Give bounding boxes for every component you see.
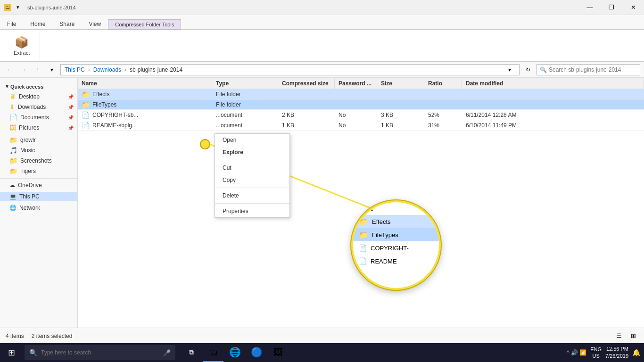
sidebar-section-quickaccess: ▾ Quick access 🖥 Desktop 📌 ⬇ Downloads 📌… <box>0 82 77 133</box>
sidebar-item-downloads[interactable]: ⬇ Downloads 📌 <box>0 102 77 112</box>
sidebar-quickaccess-header[interactable]: ▾ Quick access <box>0 82 77 91</box>
recent-button[interactable]: ▾ <box>46 64 58 75</box>
tab-compressed[interactable]: Compressed Folder Tools <box>108 19 181 30</box>
sidebar-item-thispc[interactable]: 💻 This PC <box>0 192 77 201</box>
ctx-sep3 <box>215 203 289 204</box>
ctx-delete[interactable]: Delete <box>215 189 289 202</box>
tab-share[interactable]: Share <box>52 18 82 29</box>
zoom-row-filetypes: 📁 FileTypes <box>353 228 439 241</box>
status-right: ☰ ⊞ <box>614 331 638 341</box>
sidebar-divider1 <box>0 178 77 179</box>
effects-type: File folder <box>212 91 278 98</box>
extract-button[interactable]: 📦 Extract <box>9 33 34 58</box>
effects-name: Effects <box>92 91 109 98</box>
sidebar-item-tigers[interactable]: 📁 Tigers <box>0 166 77 176</box>
sidebar-item-music[interactable]: 🎵 Music <box>0 145 77 156</box>
ctx-copy[interactable]: Copy <box>215 174 289 186</box>
ctx-explore[interactable]: Explore <box>215 146 289 158</box>
downloads-icon: ⬇ <box>9 103 15 111</box>
col-header-compressed[interactable]: Compressed size <box>278 78 335 89</box>
back-button[interactable]: ← <box>4 64 15 75</box>
sidebar-item-growlr[interactable]: 📁 growlr <box>0 135 77 145</box>
main-layout: ▾ Quick access 🖥 Desktop 📌 ⬇ Downloads 📌… <box>0 78 644 328</box>
microphone-icon: 🎤 <box>163 349 171 356</box>
tab-view[interactable]: View <box>82 18 108 29</box>
col-type-label: Type <box>216 80 229 87</box>
tigers-icon: 📁 <box>9 167 17 175</box>
maximize-button[interactable]: ❐ <box>601 0 622 15</box>
address-box[interactable]: This PC › Downloads › sb-plugins-june-20… <box>60 64 520 75</box>
tab-file[interactable]: File <box>0 18 23 29</box>
copyright-password: No <box>335 112 377 118</box>
zoom-doc-icon-copyright: 📄 <box>359 244 367 252</box>
sidebar-section-onedrive: ☁ OneDrive <box>0 181 77 190</box>
taskbar-app-edge[interactable]: 🌐 <box>224 343 245 362</box>
taskbar-search-box[interactable]: 🔍 🎤 <box>25 345 175 360</box>
taskbar-language: ENGUS <box>590 346 602 360</box>
minimize-button[interactable]: — <box>579 0 601 15</box>
search-box[interactable]: 🔍 <box>537 64 640 75</box>
pictures-icon: 🖼 <box>9 124 16 132</box>
refresh-button[interactable]: ↻ <box>522 64 534 75</box>
table-row[interactable]: 📁 FileTypes File folder <box>78 99 644 110</box>
zoom-folder-icon-filetypes: 📁 <box>359 230 368 239</box>
col-header-name[interactable]: Name <box>78 78 212 89</box>
taskbar-search-input[interactable] <box>41 349 159 356</box>
col-header-password[interactable]: Password ... <box>335 78 377 89</box>
thispc-icon: 💻 <box>9 193 17 200</box>
taskbar: ⊞ 🔍 🎤 ⧉ 🗂 🌐 🔵 🖼 ^ 🔊 📶 ENGUS 12:56 PM 7/2… <box>0 343 644 362</box>
taskbar-app-ie[interactable]: 🔵 <box>246 343 267 362</box>
up-button[interactable]: ↑ <box>32 64 43 75</box>
quick-access-toolbar: ▾ <box>13 3 23 12</box>
folder-icon-filetypes: 📁 <box>82 101 90 108</box>
ctx-cut[interactable]: Cut <box>215 162 289 174</box>
table-row[interactable]: 📁 Effects File folder <box>78 89 644 99</box>
notification-center-icon[interactable]: 🔔 <box>632 349 640 356</box>
ctx-properties[interactable]: Properties <box>215 205 289 217</box>
tab-home[interactable]: Home <box>23 18 52 29</box>
sidebar-item-network[interactable]: 🌐 Network <box>0 203 77 213</box>
taskbar-date: 7/26/2019 <box>605 353 628 360</box>
large-icon-view-btn[interactable]: ⊞ <box>628 331 638 341</box>
sidebar-item-documents[interactable]: 📄 Documents 📌 <box>0 112 77 123</box>
zoom-readme-label: README <box>371 258 397 265</box>
zoom-copyright-label: COPYRIGHT- <box>371 245 409 252</box>
ctx-sep1 <box>215 160 289 160</box>
col-header-ratio[interactable]: Ratio <box>424 78 462 89</box>
taskbar-app-photos[interactable]: 🖼 <box>268 343 289 362</box>
search-input[interactable] <box>549 66 637 73</box>
table-row[interactable]: 📄 README-sbplg... ...ocument 1 KB No 1 K… <box>78 120 644 131</box>
ribbon-tabs: File Home Share View Compressed Folder T… <box>0 15 644 29</box>
sidebar-item-desktop[interactable]: 🖥 Desktop 📌 <box>0 91 77 102</box>
zoom-effects-label: Effects <box>372 218 391 225</box>
taskview-button[interactable]: ⧉ <box>181 343 202 362</box>
sidebar-tigers-label: Tigers <box>20 168 36 174</box>
close-button[interactable]: ✕ <box>622 0 644 15</box>
qa-properties-btn[interactable]: ▾ <box>13 3 23 12</box>
col-header-size[interactable]: Size <box>377 78 424 89</box>
pin-icon-pictures: 📌 <box>68 125 74 131</box>
forward-button[interactable]: → <box>18 64 29 75</box>
file-list-container[interactable]: Name Type Compressed size Password ... S… <box>78 78 644 328</box>
address-expand-btn[interactable]: ▾ <box>504 64 515 75</box>
sidebar-item-screenshots[interactable]: 📁 Screenshots <box>0 156 77 166</box>
col-header-type[interactable]: Type <box>212 78 278 89</box>
file-name-copyright: 📄 COPYRIGHT-sb... <box>78 111 212 119</box>
copyright-name: COPYRIGHT-sb... <box>92 112 138 118</box>
taskbar-app-explorer[interactable]: 🗂 <box>203 343 223 362</box>
table-row[interactable]: 📄 COPYRIGHT-sb... ...ocument 2 KB No 3 K… <box>78 110 644 120</box>
file-name-readme: 📄 README-sbplg... <box>78 122 212 129</box>
copyright-compressed: 2 KB <box>278 112 335 118</box>
copyright-size: 3 KB <box>377 112 424 118</box>
sidebar-item-pictures[interactable]: 🖼 Pictures 📌 <box>0 123 77 133</box>
status-bar: 4 items 2 items selected ☰ ⊞ <box>0 328 644 344</box>
onedrive-icon: ☁ <box>9 182 15 189</box>
sidebar-item-onedrive[interactable]: ☁ OneDrive <box>0 181 77 190</box>
col-header-date[interactable]: Date modified <box>462 78 644 89</box>
ctx-open[interactable]: Open <box>215 134 289 146</box>
col-name-label: Name <box>82 80 97 87</box>
taskbar-clock[interactable]: 12:56 PM 7/26/2019 <box>605 346 628 360</box>
sidebar-desktop-label: Desktop <box>19 93 40 100</box>
start-button[interactable]: ⊞ <box>0 343 23 362</box>
details-view-btn[interactable]: ☰ <box>614 331 624 341</box>
